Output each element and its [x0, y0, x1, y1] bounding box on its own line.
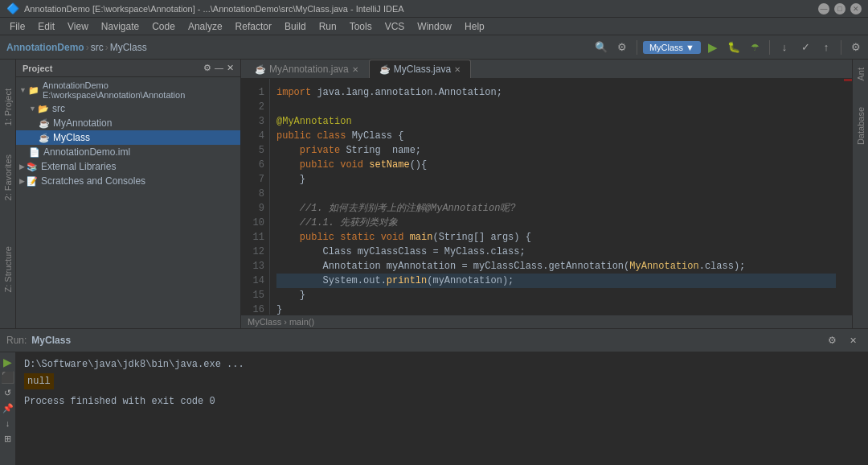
menu-tools[interactable]: Tools	[343, 19, 379, 34]
module-icon: 📁	[28, 85, 39, 96]
menu-run[interactable]: Run	[313, 19, 343, 34]
menu-refactor[interactable]: Refactor	[229, 19, 278, 34]
toolbar-sep1	[637, 40, 637, 55]
run-exit-text: Process finished with exit code 0	[24, 396, 215, 407]
code-line-5: private String name;	[276, 143, 836, 158]
run-close-btn[interactable]: ✕	[844, 331, 862, 349]
expand-arrow-src: ▼	[29, 105, 36, 113]
code-line-10: //1.1. 先获列类对象	[276, 216, 836, 230]
database-sidebar-label[interactable]: Database	[854, 102, 867, 150]
project-collapse-icon[interactable]: —	[215, 63, 223, 73]
toolbar: AnnotationDemo › src › MyClass 🔍 ⚙ MyCla…	[0, 35, 868, 60]
run-exit-line: Process finished with exit code 0	[24, 394, 860, 409]
tab-file-icon-2: ☕	[379, 64, 391, 75]
toolbar-right: 🔍 ⚙ MyClass ▼ ▶ 🐛 ☂ ↓ ✓ ↑ ⚙	[592, 39, 865, 56]
run-button[interactable]: ▶	[704, 39, 722, 56]
tree-label-myannotation: MyAnnotation	[53, 117, 112, 129]
editor-breadcrumb-text: MyClass › main()	[248, 317, 314, 327]
project-hide-icon[interactable]: ✕	[227, 63, 234, 73]
structure-sidebar-label[interactable]: Z: Structure	[2, 241, 14, 297]
toolbar-search-btn[interactable]: 🔍	[592, 39, 610, 56]
breadcrumb-src[interactable]: src	[91, 42, 104, 53]
breadcrumb-class[interactable]: MyClass	[110, 42, 147, 53]
run-filter-btn[interactable]: ⊞	[2, 432, 14, 445]
settings-btn2[interactable]: ⚙	[847, 39, 865, 56]
menu-bar: File Edit View Navigate Code Analyze Ref…	[0, 18, 868, 35]
editor-tabs: ☕ MyAnnotation.java ✕ ☕ MyClass.java ✕	[241, 60, 852, 79]
menu-help[interactable]: Help	[458, 19, 491, 34]
toolbar-settings-btn[interactable]: ⚙	[613, 39, 631, 56]
tree-label-myclass: MyClass	[53, 132, 90, 143]
run-config-label: MyClass	[649, 43, 683, 52]
tree-label-annotationdemo: AnnotationDemo E:\workspace\Annotation\A…	[43, 80, 237, 100]
tree-item-myannotation[interactable]: ☕ MyAnnotation	[16, 116, 240, 130]
breadcrumb: AnnotationDemo › src › MyClass	[6, 42, 147, 53]
breadcrumb-project[interactable]: AnnotationDemo	[6, 42, 84, 53]
tab-myannotation[interactable]: ☕ MyAnnotation.java ✕	[244, 60, 369, 78]
code-line-1: import java.lang.annotation.Annotation;	[276, 85, 836, 100]
run-scroll-btn[interactable]: ↓	[2, 417, 14, 430]
tab-label-myannotation: MyAnnotation.java	[269, 64, 349, 75]
minimize-button[interactable]: —	[818, 3, 829, 14]
vcs-update-btn[interactable]: ↓	[776, 39, 793, 56]
maximize-button[interactable]: □	[834, 3, 845, 14]
code-line-15: }	[276, 288, 836, 302]
code-line-9: //1. 如何去判别考上的注解@MyAnnotation呢?	[276, 201, 836, 216]
tree-item-myclass[interactable]: ☕ MyClass	[16, 130, 240, 145]
project-sidebar-label[interactable]: 1: Project	[2, 84, 14, 130]
menu-edit[interactable]: Edit	[31, 19, 61, 34]
run-play-btn[interactable]: ▶	[2, 356, 14, 368]
file-icon-myclass: ☕	[39, 133, 50, 143]
tree-label-src: src	[52, 103, 65, 114]
run-class-tab[interactable]: MyClass	[31, 335, 71, 346]
menu-code[interactable]: Code	[145, 19, 182, 34]
run-config-selector[interactable]: MyClass ▼	[643, 41, 701, 54]
code-content[interactable]: import java.lang.annotation.Annotation; …	[270, 79, 842, 315]
tree-item-scratches[interactable]: ▶ 📝 Scratches and Consoles	[16, 174, 240, 188]
run-header: Run: MyClass ⚙ ✕	[0, 329, 868, 352]
favorites-sidebar-label[interactable]: 2: Favorites	[2, 150, 14, 205]
right-gutter	[842, 79, 852, 315]
menu-analyze[interactable]: Analyze	[182, 19, 229, 34]
tree-item-iml[interactable]: 📄 AnnotationDemo.iml	[16, 145, 240, 159]
menu-window[interactable]: Window	[411, 19, 458, 34]
line-numbers: 12345 678910 1112131415 161718	[241, 79, 270, 315]
tab-close-myclass[interactable]: ✕	[454, 65, 461, 74]
run-rerun-btn[interactable]: ↺	[2, 386, 14, 399]
run-config-chevron: ▼	[686, 43, 694, 52]
project-gear-icon[interactable]: ⚙	[203, 63, 211, 73]
tree-item-ext-libs[interactable]: ▶ 📚 External Libraries	[16, 159, 240, 174]
menu-build[interactable]: Build	[278, 19, 313, 34]
ant-sidebar-label[interactable]: Ant	[854, 63, 867, 86]
tab-myclass[interactable]: ☕ MyClass.java ✕	[369, 60, 471, 78]
code-line-2	[276, 100, 836, 114]
run-stop-btn[interactable]: ⬛	[2, 371, 14, 384]
menu-file[interactable]: File	[3, 19, 31, 34]
tab-close-myannotation[interactable]: ✕	[352, 65, 358, 74]
run-command-line: D:\Software\java\jdk8\bin\java.exe ...	[24, 357, 860, 372]
title-bar: 🔷 AnnotationDemo [E:\workspace\Annotatio…	[0, 0, 868, 18]
menu-vcs[interactable]: VCS	[379, 19, 411, 34]
code-line-3: ▶ @MyAnnotation	[276, 114, 836, 129]
close-button[interactable]: ✕	[850, 3, 862, 14]
tree-item-annotationdemo[interactable]: ▼ 📁 AnnotationDemo E:\workspace\Annotati…	[16, 79, 240, 101]
vcs-push-btn[interactable]: ↑	[817, 39, 835, 56]
run-command-text: D:\Software\java\jdk8\bin\java.exe ...	[24, 359, 244, 370]
app-icon: 🔷	[6, 2, 19, 14]
tree-label-iml: AnnotationDemo.iml	[43, 146, 130, 158]
vcs-commit-btn[interactable]: ✓	[796, 39, 814, 56]
code-editor[interactable]: 12345 678910 1112131415 161718 import ja…	[241, 79, 852, 315]
code-line-16: }	[276, 302, 836, 315]
run-settings-btn[interactable]: ⚙	[823, 331, 841, 349]
folder-icon-src: 📂	[38, 104, 49, 114]
debug-button[interactable]: 🐛	[725, 39, 743, 56]
menu-navigate[interactable]: Navigate	[95, 19, 145, 34]
menu-view[interactable]: View	[61, 19, 95, 34]
run-content: ▶ ⬛ ↺ 📌 ↓ ⊞ D:\Software\java\jdk8\bin\ja…	[0, 352, 868, 465]
coverage-button[interactable]: ☂	[746, 39, 764, 56]
code-line-8	[276, 187, 836, 201]
tree-item-src[interactable]: ▼ 📂 src	[16, 101, 240, 116]
run-label: Run:	[6, 335, 27, 346]
run-pin-btn[interactable]: 📌	[2, 401, 14, 414]
run-null-line: null	[24, 373, 860, 389]
